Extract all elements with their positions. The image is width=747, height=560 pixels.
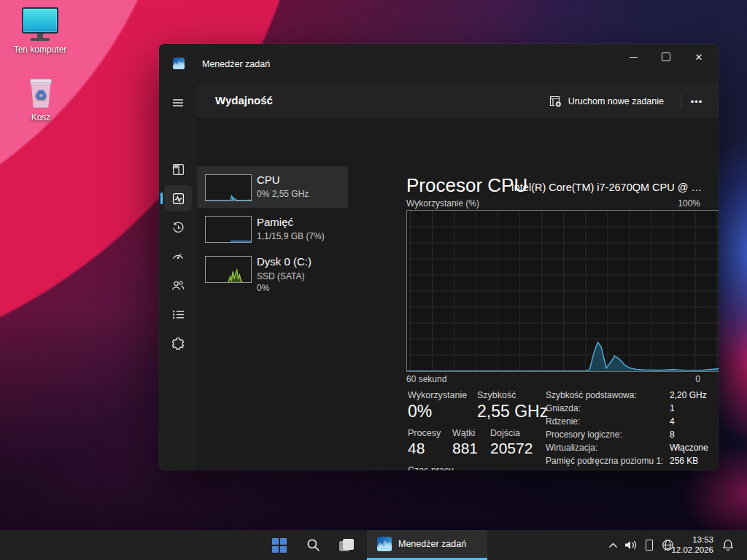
- detail-label: Wirtualizacja:: [546, 443, 597, 453]
- details-icon: [172, 308, 185, 321]
- speaker-icon: [624, 540, 638, 551]
- users-icon: [171, 279, 185, 292]
- page-header: Wydajność Uruchom nowe zadanie •••: [197, 84, 719, 118]
- desktop-icon-label: Ten komputer: [7, 44, 73, 55]
- close-icon: ✕: [695, 52, 703, 62]
- cpu-panel-subtitle: Intel(R) Core(TM) i7-2670QM CPU @ …: [511, 182, 702, 193]
- new-task-icon: [549, 96, 562, 107]
- tray-date: 12.02.2026: [665, 545, 713, 555]
- performance-icon: [172, 192, 185, 205]
- hamburger-menu-button[interactable]: [164, 90, 192, 116]
- tray-notifications-button[interactable]: [718, 530, 738, 560]
- task-view-button[interactable]: [332, 530, 361, 560]
- start-button[interactable]: [265, 530, 294, 560]
- perf-tile-memory[interactable]: Pamięć 1,1/15,9 GB (7%): [197, 211, 348, 252]
- taskbar: Menedżer zadań 13:53 12.02.2026: [0, 530, 747, 560]
- taskbar-clock[interactable]: 13:53 12.02.2026: [665, 534, 713, 555]
- minimize-icon: [630, 57, 638, 58]
- perf-tile-cpu[interactable]: CPU 0% 2,55 GHz: [197, 166, 348, 208]
- chart-y-max-label: 100%: [678, 198, 700, 209]
- sidebar-item-app-history[interactable]: [164, 214, 192, 241]
- task-view-icon: [339, 539, 354, 551]
- processes-icon: [172, 163, 185, 176]
- task-manager-window: Menedżer zadań ✕: [159, 44, 719, 470]
- run-new-task-label: Uruchom nowe zadanie: [568, 96, 664, 106]
- stat-value-threads: 881: [452, 440, 478, 457]
- stat-label: Wykorzystanie: [408, 390, 467, 400]
- search-button[interactable]: [298, 530, 328, 560]
- tray-time: 13:53: [665, 534, 713, 545]
- stat-value-speed: 2,55 GHz: [477, 402, 548, 421]
- cpu-panel-title: Procesor CPU: [406, 174, 527, 197]
- start-icon: [272, 538, 287, 553]
- recycle-bin-icon: ♻: [29, 79, 53, 108]
- more-options-button[interactable]: •••: [685, 90, 708, 112]
- taskbar-task-label: Menedżer zadań: [398, 539, 466, 549]
- minimize-button[interactable]: [616, 44, 650, 70]
- stat-value-handles: 20572: [490, 440, 533, 457]
- content-area: Wydajność Uruchom nowe zadanie ••• CPU 0…: [197, 84, 719, 470]
- detail-value: 1,0 MB: [670, 469, 697, 470]
- sidebar-item-processes[interactable]: [164, 156, 192, 182]
- tile-subtitle: SSD (SATA): [257, 271, 305, 281]
- sidebar-item-services[interactable]: [164, 330, 192, 357]
- window-title: Menedżer zadań: [202, 59, 270, 69]
- hamburger-icon: [172, 97, 184, 109]
- desktop-icon-this-pc[interactable]: Ten komputer: [7, 7, 73, 55]
- detail-label: Gniazda:: [546, 403, 581, 413]
- computer-icon: [7, 7, 73, 41]
- tile-title: Pamięć: [257, 216, 293, 228]
- stat-value-processes: 48: [408, 440, 425, 457]
- taskbar-task-manager-button[interactable]: Menedżer zadań: [367, 530, 487, 560]
- startup-apps-icon: [171, 250, 185, 262]
- tile-title: CPU: [257, 174, 280, 186]
- maximize-button[interactable]: [649, 44, 683, 70]
- close-button[interactable]: ✕: [682, 44, 716, 70]
- tile-subtitle: 1,1/15,9 GB (7%): [257, 231, 325, 241]
- detail-value: 8: [670, 429, 675, 440]
- tile-subtitle2: 0%: [257, 283, 269, 293]
- tray-chevron-button[interactable]: [604, 530, 622, 560]
- header-separator: [681, 94, 681, 109]
- stat-value-utilization: 0%: [408, 402, 432, 421]
- tray-volume-button[interactable]: [622, 530, 640, 560]
- perf-tile-disk[interactable]: Dysk 0 (C:) SSD (SATA) 0%: [197, 252, 348, 300]
- selection-indicator: [160, 192, 163, 204]
- more-options-icon: •••: [691, 96, 703, 107]
- cpu-utilization-chart: [406, 210, 719, 372]
- touch-keyboard-icon: [646, 540, 653, 551]
- detail-value: Włączone: [670, 443, 708, 453]
- tile-title: Dysk 0 (C:): [257, 255, 311, 268]
- stat-label: Szybkość: [477, 390, 516, 400]
- stat-label: Czas pracy: [408, 465, 454, 470]
- detail-value: 1: [670, 403, 675, 413]
- services-icon: [171, 337, 185, 350]
- sidebar-item-users[interactable]: [164, 272, 192, 298]
- detail-label: Szybkość podstawowa:: [546, 390, 637, 400]
- detail-label: Procesory logiczne:: [546, 429, 622, 440]
- titlebar[interactable]: Menedżer zadań ✕: [159, 44, 719, 84]
- chart-x-right-label: 0: [695, 374, 700, 384]
- detail-value: 256 KB: [670, 456, 698, 466]
- sidebar-item-details[interactable]: [164, 301, 192, 327]
- chevron-up-icon: [608, 542, 618, 548]
- app-history-icon: [172, 222, 185, 234]
- run-new-task-button[interactable]: Uruchom nowe zadanie: [542, 90, 671, 112]
- tray-keyboard-button[interactable]: [640, 530, 658, 560]
- detail-label: Pamięć podręczna poziomu 1:: [546, 456, 663, 466]
- sidebar-item-performance[interactable]: [164, 185, 192, 211]
- sidebar-item-startup-apps[interactable]: [164, 243, 192, 269]
- detail-value: 2,20 GHz: [670, 390, 707, 400]
- desktop-icon-label: Kosz: [8, 112, 74, 122]
- maximize-icon: [662, 52, 670, 61]
- detail-label: Pamięć podręczna poziomu 2:: [546, 469, 663, 470]
- sidebar: [159, 84, 197, 470]
- desktop-icon-recycle-bin[interactable]: ♻ Kosz: [8, 79, 74, 122]
- chart-y-label: Wykorzystanie (%): [406, 198, 479, 209]
- stat-label: Procesy: [408, 428, 441, 438]
- detail-value: 4: [670, 416, 675, 427]
- page-title: Wydajność: [215, 94, 273, 106]
- memory-sparkline: [205, 216, 252, 243]
- detail-label: Rdzenie:: [546, 416, 580, 427]
- chart-x-left-label: 60 sekund: [406, 374, 446, 384]
